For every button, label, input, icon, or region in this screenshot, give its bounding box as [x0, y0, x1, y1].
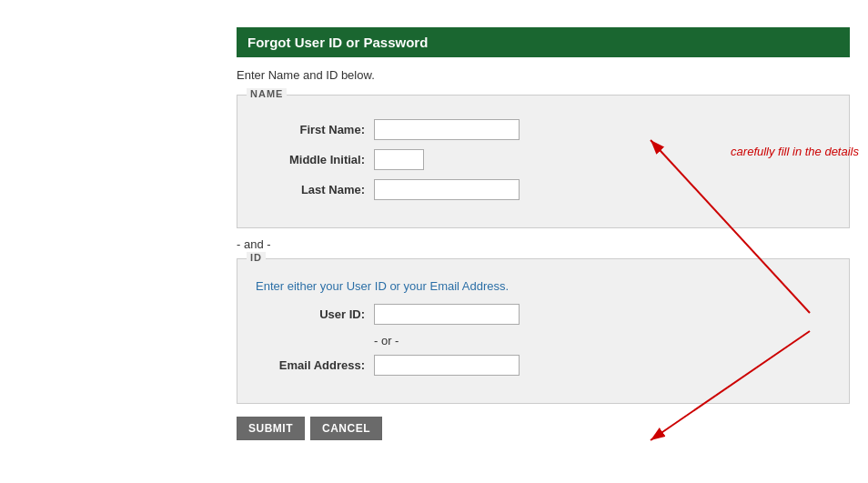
id-note: Enter either your User ID or your Email … — [256, 279, 831, 293]
intro-text: Enter Name and ID below. — [237, 68, 850, 82]
user-id-label: User ID: — [256, 307, 374, 321]
or-text: - or - — [374, 334, 831, 347]
middle-initial-label: Middle Initial: — [256, 153, 374, 166]
last-name-input[interactable] — [374, 179, 520, 200]
name-section: NAME First Name: Middle Initial: Last Na… — [237, 95, 850, 228]
cancel-button[interactable]: CANCEL — [310, 417, 382, 440]
first-name-label: First Name: — [256, 123, 374, 136]
name-section-legend: NAME — [247, 88, 287, 99]
email-row: Email Address: — [256, 355, 831, 376]
and-text: - and - — [237, 237, 850, 251]
user-id-row: User ID: — [256, 304, 831, 325]
first-name-input[interactable] — [374, 119, 520, 140]
middle-initial-input[interactable] — [374, 149, 424, 170]
id-section: ID Enter either your User ID or your Ema… — [237, 258, 850, 404]
submit-button[interactable]: SUBMIT — [237, 417, 305, 440]
user-id-input[interactable] — [374, 304, 520, 325]
last-name-row: Last Name: — [256, 179, 831, 200]
first-name-row: First Name: — [256, 119, 831, 140]
email-label: Email Address: — [256, 358, 374, 372]
buttons-row: SUBMIT CANCEL — [237, 417, 850, 440]
annotation-text: carefully fill in the details — [731, 145, 859, 158]
id-section-legend: ID — [247, 252, 266, 263]
last-name-label: Last Name: — [256, 183, 374, 196]
email-input[interactable] — [374, 355, 520, 376]
page-title: Forgot User ID or Password — [237, 27, 850, 57]
